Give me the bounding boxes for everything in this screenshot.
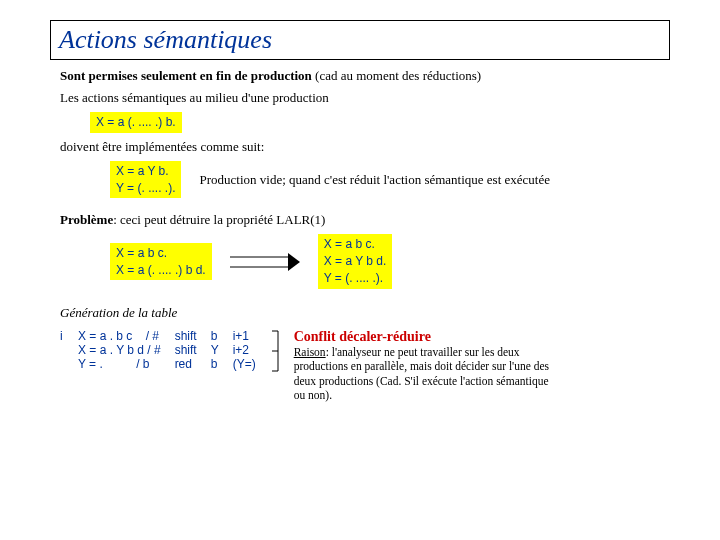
note-right: Production vide; quand c'est réduit l'ac… (199, 172, 550, 188)
conflict-title: Conflit décaler-réduire (294, 329, 554, 345)
code-box-3: X = a b c. X = a (. .... .) b d. (110, 243, 212, 281)
problem-bold: Problème (60, 212, 113, 227)
state-i-label: i (60, 329, 78, 343)
svg-marker-2 (288, 253, 300, 271)
bracket-icon (270, 329, 280, 373)
raison-text: : l'analyseur ne peut travailler sur les… (294, 346, 549, 401)
conflict-box: Conflit décaler-réduire Raison: l'analys… (294, 329, 554, 403)
code-box-2: X = a Y b. Y = (. .... .). (110, 161, 181, 199)
table-section: i X = a . b c / # X = a . Y b d / # Y = … (60, 329, 670, 403)
intro-bold: Sont permises seulement en fin de produc… (60, 68, 312, 83)
code-box-1-wrap: X = a (. .... .) b. (90, 112, 670, 133)
code-row-2: X = a Y b. Y = (. .... .). Production vi… (110, 161, 670, 199)
milieu-line: Les actions sémantiques au milieu d'une … (60, 90, 670, 106)
arrow-icon (230, 253, 300, 271)
table-col-symbol: b Y b (211, 329, 219, 371)
title-box: Actions sémantiques (50, 20, 670, 60)
code-box-4: X = a b c. X = a Y b d. Y = (. .... .). (318, 234, 393, 288)
slide-title: Actions sémantiques (59, 25, 661, 55)
problem-rest: : ceci peut détruire la propriété LALR(1… (113, 212, 325, 227)
raison-label: Raison (294, 346, 326, 358)
implement-line: doivent être implémentées comme suit: (60, 139, 670, 155)
conflict-reason: Raison: l'analyseur ne peut travailler s… (294, 345, 554, 403)
table-col-grammar: X = a . b c / # X = a . Y b d / # Y = . … (78, 329, 161, 371)
code-box-1: X = a (. .... .) b. (90, 112, 182, 133)
table-col-goto: i+1 i+2 (Y=) (233, 329, 256, 371)
transform-row: X = a b c. X = a (. .... .) b d. X = a b… (110, 234, 670, 288)
intro-line: Sont permises seulement en fin de produc… (60, 68, 670, 84)
intro-rest: (cad au moment des réductions) (312, 68, 481, 83)
gen-table-heading: Génération de la table (60, 305, 670, 321)
table-col-action: shift shift red (175, 329, 197, 371)
problem-line: Problème: ceci peut détruire la propriét… (60, 212, 670, 228)
slide-content: Sont permises seulement en fin de produc… (60, 68, 670, 402)
